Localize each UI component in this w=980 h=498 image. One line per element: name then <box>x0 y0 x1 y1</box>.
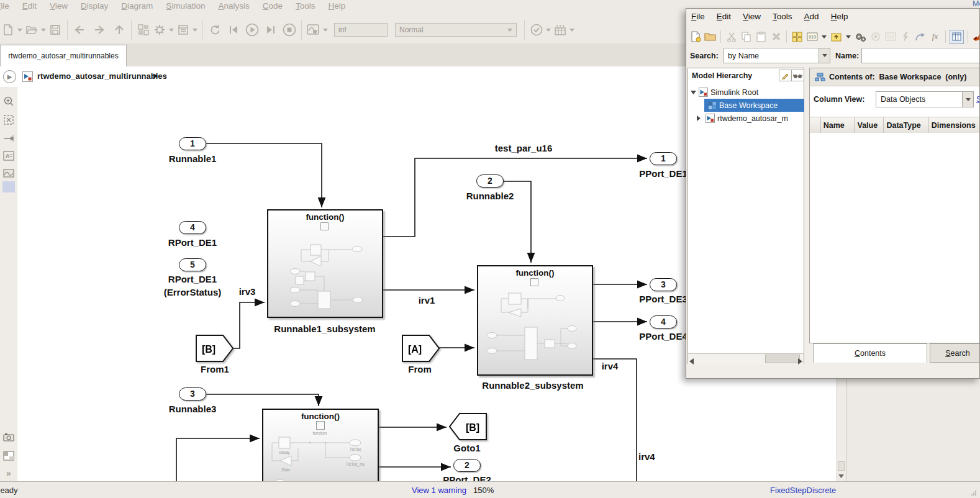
layout-panes-icon[interactable] <box>2 449 16 463</box>
signal-irv3[interactable]: irv3 <box>222 286 272 297</box>
tab-search-results[interactable]: Search <box>930 343 980 363</box>
vscroll-down-button[interactable] <box>837 471 845 481</box>
resize-grip-icon[interactable] <box>971 490 977 496</box>
column-view-select[interactable]: Data Objects <box>876 91 963 107</box>
new-model-dropdown[interactable] <box>16 22 24 38</box>
me-menu-add[interactable]: Add <box>804 12 819 21</box>
runnable1-subsystem-block[interactable]: function() <box>267 209 383 318</box>
simulation-mode-select[interactable]: Normal <box>395 23 517 37</box>
tree-row-model[interactable]: rtwdemo_autosar_m <box>697 112 788 125</box>
screenshot-camera-icon[interactable] <box>2 430 16 444</box>
inport-runnable3[interactable]: 3 <box>179 387 206 401</box>
search-mode-combobox[interactable]: by Name <box>724 48 819 63</box>
inport-rport-de1[interactable]: 4 <box>179 221 206 234</box>
menu-tools[interactable]: Tools <box>296 1 315 11</box>
signal-irv4[interactable]: irv4 <box>585 361 635 371</box>
me-paste-icon[interactable] <box>755 30 768 43</box>
advisor-dropdown[interactable] <box>545 22 552 38</box>
me-menu-view[interactable]: View <box>743 12 761 21</box>
signal-irv1[interactable]: irv1 <box>402 295 451 306</box>
new-model-button[interactable] <box>0 22 16 38</box>
from-label[interactable]: From <box>383 364 457 374</box>
me-goto-arrow-icon[interactable] <box>914 30 927 43</box>
inport-runnable1-label[interactable]: Runnable1 <box>155 153 230 164</box>
status-warning-link[interactable]: View 1 warning <box>412 486 466 495</box>
me-disabled-target-icon[interactable] <box>869 30 882 43</box>
from-tag[interactable]: [A] <box>401 334 441 363</box>
search-mode-dropdown-button[interactable] <box>819 48 830 63</box>
me-add-subsystem-icon[interactable] <box>830 30 843 43</box>
sdi-dropdown[interactable] <box>322 22 329 38</box>
me-fx-icon[interactable]: fx <box>928 30 941 43</box>
menu-simulation[interactable]: Simulation <box>166 1 205 11</box>
inport-rport-de1-errorstatus[interactable]: 5 <box>179 258 206 271</box>
me-copy-icon[interactable] <box>740 30 753 43</box>
expand-icon[interactable] <box>697 115 701 121</box>
hierarchy-edit-pencil-button[interactable] <box>779 70 792 81</box>
outport-pport-de3[interactable]: 3 <box>650 278 677 291</box>
menu-file[interactable]: File <box>0 1 9 11</box>
runnable2-subsystem-label[interactable]: Runnable2_subsystem <box>471 380 595 391</box>
inport-runnable3-label[interactable]: Runnable3 <box>155 404 230 414</box>
menu-code[interactable]: Code <box>263 1 283 11</box>
annotation-tool-icon[interactable]: A <box>2 149 16 163</box>
hscroll-left-button[interactable] <box>689 356 694 367</box>
outport-pport-de2-label[interactable]: PPort_DE2 <box>430 474 504 481</box>
show-details-link[interactable]: Show Details <box>976 95 980 104</box>
column-view-dropdown-button[interactable] <box>962 91 974 107</box>
model-settings-gear-icon[interactable] <box>152 22 168 38</box>
me-column-view-toggle[interactable] <box>950 30 964 44</box>
runnable2-subsystem-block[interactable]: function() <box>477 265 593 376</box>
open-button[interactable] <box>24 22 40 38</box>
back-button[interactable] <box>71 22 88 38</box>
from1-label[interactable]: From1 <box>178 364 252 374</box>
outport-pport-de2[interactable]: 2 <box>453 459 481 472</box>
run-button[interactable] <box>244 22 260 38</box>
vscroll-thumb[interactable] <box>838 461 845 471</box>
me-delete-icon[interactable] <box>769 30 783 43</box>
up-to-parent-button[interactable] <box>111 22 127 38</box>
runnable3-subsystem-block[interactable]: function() function Delay Gain Tic <box>262 409 379 481</box>
step-back-button[interactable] <box>225 22 242 38</box>
table-header-name[interactable]: Name <box>821 117 855 134</box>
simulation-data-inspector-icon[interactable] <box>306 22 322 38</box>
me-add-data-dropdown[interactable] <box>820 29 828 45</box>
menu-display[interactable]: Display <box>81 1 108 11</box>
expand-collapse-icon[interactable] <box>691 91 696 94</box>
menu-help[interactable]: Help <box>328 1 345 11</box>
stop-time-field[interactable]: inf <box>334 23 388 37</box>
signal-irv4-lower[interactable]: irv4 <box>638 451 682 462</box>
me-configuration-gears-icon[interactable] <box>854 30 867 43</box>
hscroll-thumb[interactable] <box>765 355 800 363</box>
breadcrumb-expand-arrow[interactable]: ▶ <box>153 72 158 79</box>
forward-button[interactable] <box>91 22 107 38</box>
library-browser-button[interactable] <box>135 22 152 38</box>
hscroll-right-button[interactable] <box>798 356 802 367</box>
inport-errorstatus-label-line1[interactable]: RPort_DE1 <box>155 274 230 284</box>
settings-dropdown[interactable] <box>168 22 175 38</box>
me-disabled-data-icon[interactable]: 010 <box>884 30 897 43</box>
inport-runnable2-label[interactable]: Runnable2 <box>453 191 527 201</box>
menu-edit[interactable]: Edit <box>22 1 37 11</box>
me-menu-tools[interactable]: Tools <box>773 12 792 21</box>
hierarchy-hscrollbar[interactable] <box>688 353 804 364</box>
step-forward-button[interactable] <box>263 22 279 38</box>
table-header-datatype[interactable]: DataType <box>884 117 928 134</box>
inport-rport-de1-label[interactable]: RPort_DE1 <box>155 237 230 248</box>
matlab-logo-icon[interactable] <box>972 30 980 43</box>
fit-to-view-icon[interactable] <box>2 113 16 127</box>
tree-row-simulink-root[interactable]: Simulink Root <box>691 86 758 99</box>
outport-pport-de1[interactable]: 1 <box>650 152 677 165</box>
model-explorer-button[interactable] <box>175 22 191 38</box>
signal-routing-icon[interactable] <box>2 132 16 145</box>
breadcrumb[interactable]: rtwdemo_autosar_multirunnables <box>37 71 167 81</box>
outport-pport-de4[interactable]: 4 <box>650 315 677 328</box>
inport-runnable1[interactable]: 1 <box>179 137 206 150</box>
tree-row-base-workspace[interactable]: Base Workspace <box>708 99 778 112</box>
stop-button[interactable] <box>281 22 297 38</box>
save-button[interactable] <box>47 22 63 38</box>
open-dropdown[interactable] <box>40 22 47 38</box>
menu-diagram[interactable]: Diagram <box>121 1 153 11</box>
stepping-options-icon[interactable] <box>552 22 568 38</box>
from1-tag[interactable]: [B] <box>195 334 235 363</box>
